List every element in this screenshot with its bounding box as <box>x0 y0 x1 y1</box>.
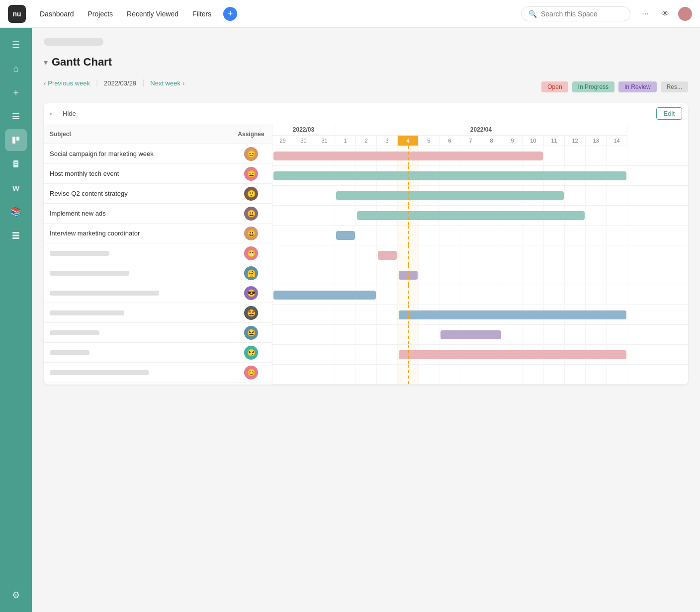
gantt-day-col <box>481 166 502 185</box>
day-cell: 30 <box>293 136 314 146</box>
main-content: ▾ Gantt Chart ‹ Previous week | 2022/03/… <box>32 28 700 612</box>
task-row: Host monthly tech event😄 <box>44 164 272 184</box>
nav-filters[interactable]: Filters <box>186 7 217 21</box>
status-inreview[interactable]: In Review <box>618 81 657 92</box>
search-input[interactable] <box>541 10 620 18</box>
avatar[interactable]: 😏 <box>244 346 258 360</box>
search-icon: 🔍 <box>528 10 537 18</box>
sidebar-item-home[interactable]: ⌂ <box>5 58 27 79</box>
sidebar-item-menu[interactable]: ☰ <box>5 34 27 56</box>
gantt-day-col <box>565 166 586 185</box>
prev-week-button[interactable]: ‹ Previous week <box>44 79 90 87</box>
add-button[interactable]: + <box>223 7 237 21</box>
gantt-day-col <box>272 206 293 225</box>
task-name[interactable] <box>50 350 236 355</box>
avatar[interactable]: 😎 <box>244 286 258 300</box>
gantt-day-col <box>314 146 335 165</box>
gantt-day-col <box>356 265 377 285</box>
sidebar-item-create[interactable]: ＋ <box>5 81 27 103</box>
gantt-day-col <box>586 166 607 185</box>
gantt-day-col <box>439 325 460 344</box>
avatar[interactable]: 🤩 <box>244 306 258 320</box>
gantt-day-col <box>439 166 460 185</box>
gantt-day-col <box>481 186 502 205</box>
gantt-day-col <box>314 365 335 384</box>
gantt-day-col <box>586 325 607 344</box>
task-name[interactable]: Implement new ads <box>50 210 236 217</box>
logo[interactable]: nu <box>8 5 26 23</box>
nav-dashboard[interactable]: Dashboard <box>34 7 80 21</box>
gantt-day-col <box>293 146 314 165</box>
task-name[interactable]: Revise Q2 content strategy <box>50 190 236 197</box>
avatar[interactable]: 😀 <box>244 207 258 221</box>
task-row: 😁 <box>44 243 272 263</box>
status-resolved[interactable]: Res... <box>661 81 688 92</box>
gantt-day-col <box>607 206 627 225</box>
gantt-day-col <box>293 265 314 285</box>
gantt-day-col <box>293 206 314 225</box>
gantt-day-col <box>335 325 356 344</box>
gantt-header-row: ⟵ Hide Edit <box>44 103 688 124</box>
gantt-task-row <box>272 146 688 166</box>
avatar[interactable]: 😊 <box>244 147 258 161</box>
sidebar-item-list[interactable] <box>5 105 27 127</box>
task-name[interactable]: Host monthly tech event <box>50 170 236 177</box>
gantt-day-col <box>398 265 419 285</box>
day-cell: 31 <box>314 136 335 146</box>
gantt-day-col <box>607 365 627 384</box>
sidebar-item-library[interactable]: 📚 <box>5 201 27 223</box>
task-name[interactable]: Interview marketing coordinator <box>50 230 236 237</box>
sidebar-item-wiki[interactable]: W <box>5 177 27 199</box>
avatar[interactable]: 😊 <box>244 366 258 380</box>
gantt-day-col <box>460 265 481 285</box>
status-inprogress[interactable]: In Progress <box>572 81 614 92</box>
next-week-button[interactable]: Next week › <box>150 79 184 87</box>
hide-button[interactable]: ⟵ Hide <box>50 110 76 118</box>
sidebar-item-board[interactable] <box>5 129 27 151</box>
gantt-day-col <box>293 186 314 205</box>
sidebar-item-settings[interactable]: ⚙ <box>5 584 27 606</box>
gantt-day-col <box>293 325 314 344</box>
avatar[interactable]: 😄 <box>244 167 258 181</box>
nav-projects[interactable]: Projects <box>82 7 119 21</box>
task-name[interactable] <box>50 271 236 276</box>
svg-rect-4 <box>16 137 19 141</box>
task-name[interactable] <box>50 330 236 335</box>
nav-recently-viewed[interactable]: Recently Viewed <box>121 7 184 21</box>
sidebar-item-docs[interactable] <box>5 153 27 175</box>
edit-button[interactable]: Edit <box>656 107 682 120</box>
collapse-icon[interactable]: ▾ <box>44 58 48 67</box>
gantt-day-col <box>398 285 419 305</box>
more-icon[interactable]: ··· <box>638 7 652 21</box>
status-open[interactable]: Open <box>541 81 568 92</box>
day-cell: 11 <box>544 136 565 146</box>
task-name[interactable]: Social campaign for marketing week <box>50 150 236 157</box>
task-assignee: 🙂 <box>236 187 266 201</box>
avatar[interactable]: 😁 <box>244 246 258 260</box>
task-name[interactable] <box>50 291 236 296</box>
avatar[interactable]: 🙂 <box>244 187 258 201</box>
gantt-day-col <box>356 305 377 324</box>
gantt-day-col <box>377 265 398 285</box>
eye-icon[interactable]: 👁 <box>658 7 672 21</box>
avatar[interactable]: 😆 <box>244 326 258 340</box>
days-row: 2930311234567891011121314 <box>272 136 688 146</box>
task-name[interactable] <box>50 370 236 375</box>
gantt-day-col <box>272 166 293 185</box>
gantt-task-row <box>272 265 688 285</box>
day-cell: 7 <box>460 136 481 146</box>
avatar[interactable]: 🤗 <box>244 266 258 280</box>
gantt-day-col <box>502 166 523 185</box>
avatar[interactable]: 😃 <box>244 227 258 240</box>
gantt-day-col <box>272 265 293 285</box>
svg-rect-8 <box>12 232 19 233</box>
user-avatar-icon[interactable] <box>678 7 692 21</box>
search-box[interactable]: 🔍 <box>521 6 630 21</box>
gantt-day-col <box>460 226 481 245</box>
task-name[interactable] <box>50 310 236 315</box>
sidebar-item-more[interactable] <box>5 225 27 246</box>
gantt-day-col <box>502 365 523 384</box>
gantt-day-col <box>398 365 419 384</box>
task-name[interactable] <box>50 251 236 256</box>
gantt-day-col <box>272 285 293 305</box>
